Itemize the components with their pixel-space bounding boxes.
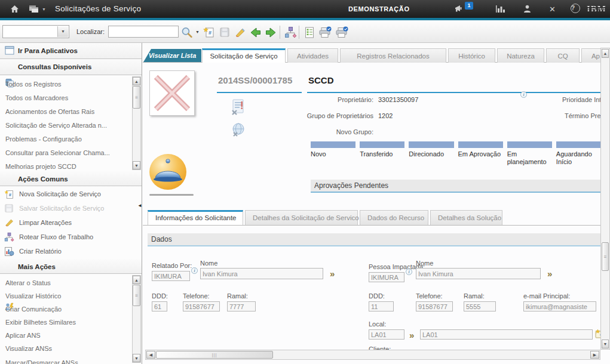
- location-input[interactable]: [369, 329, 404, 340]
- more-action-item[interactable]: Visualizar Histórico: [0, 289, 127, 303]
- detail-chevron-icon[interactable]: »: [547, 269, 552, 279]
- location-description-input[interactable]: [420, 329, 593, 340]
- scroll-down-icon[interactable]: ▼: [133, 354, 140, 362]
- status-bar: [507, 141, 552, 148]
- scroll-down-icon[interactable]: ▼: [602, 340, 609, 348]
- tab-service-request[interactable]: Solicitação de Serviço: [202, 48, 286, 63]
- info-icon[interactable]: i: [406, 269, 412, 275]
- tab-history[interactable]: Histórico: [448, 48, 495, 63]
- more-action-item[interactable]: Alterar o Status: [0, 276, 127, 290]
- more-action-item[interactable]: Aplicar ANS: [0, 329, 127, 343]
- sidebar-item-go-to-applications[interactable]: Ir Para Aplicativos: [0, 43, 142, 59]
- tab-activities[interactable]: Atividades: [287, 48, 338, 63]
- previous-record-icon[interactable]: [248, 25, 262, 39]
- info-icon[interactable]: i: [520, 91, 527, 98]
- phone-input[interactable]: [183, 301, 220, 311]
- query-combobox[interactable]: ▼: [2, 25, 69, 38]
- status-bar: [311, 141, 355, 148]
- more-action-item[interactable]: Marcar/Desmarcar ANSs: [0, 356, 127, 364]
- record-content: 2014SS/00001785 SCCD Proprietário: 33021…: [143, 63, 610, 364]
- status-bar: [556, 141, 601, 148]
- action-clear-changes[interactable]: Limpar Alterações: [0, 216, 131, 230]
- help-icon[interactable]: ?: [571, 4, 580, 13]
- query-list-item[interactable]: Melhorias projeto SCCD: [0, 160, 127, 171]
- tab-cq[interactable]: CQ: [546, 48, 580, 63]
- scroll-right-icon[interactable]: ▶: [590, 351, 599, 359]
- primary-email-input[interactable]: [523, 301, 596, 311]
- scrollbar-thumb[interactable]: ≡: [133, 86, 140, 109]
- attachments-unavailable-icon[interactable]: [231, 98, 246, 115]
- query-list-item[interactable]: Todos os Marcadores: [0, 91, 127, 105]
- home-icon[interactable]: [10, 4, 20, 14]
- more-actions-scrollbar[interactable]: ▲ ≡ ▼: [132, 275, 141, 363]
- ddd-input[interactable]: [369, 301, 394, 311]
- impacted-person-input[interactable]: [369, 272, 404, 282]
- scrollbar-thumb[interactable]: ≡: [602, 242, 609, 271]
- new-record-icon[interactable]: #: [202, 25, 216, 39]
- applications-caret-icon[interactable]: ▼: [42, 7, 46, 11]
- clear-changes-icon: [4, 218, 14, 228]
- next-record-icon[interactable]: [263, 25, 278, 39]
- scrollbar-thumb[interactable]: |||: [156, 351, 273, 359]
- scroll-up-icon[interactable]: ▲: [133, 77, 140, 85]
- query-list-item[interactable]: Acionamentos de Ofertas Rais: [0, 105, 127, 119]
- query-list-item[interactable]: Consultar para Selecionar Chama...: [0, 146, 127, 160]
- record-image-placeholder[interactable]: [149, 70, 195, 116]
- sidebar-header-available-queries[interactable]: Consultas Disponíveis: [0, 59, 142, 75]
- action-new-service-request[interactable]: # Nova Solicitação de Serviço: [0, 187, 131, 202]
- ddd-input[interactable]: [152, 301, 167, 311]
- action-create-report[interactable]: Criar Relatório: [0, 245, 131, 259]
- tab-related-records[interactable]: Registros Relacionados: [340, 48, 446, 63]
- applications-menu-icon[interactable]: [29, 4, 39, 14]
- reported-by-input[interactable]: [152, 271, 190, 281]
- reports-list-icon[interactable]: [302, 25, 317, 39]
- globe-unavailable-icon[interactable]: [231, 122, 246, 137]
- extension-input[interactable]: [227, 301, 256, 311]
- record-id-underline: [217, 92, 302, 93]
- queries-scrollbar[interactable]: ▲ ≡ ▼: [132, 76, 141, 170]
- print-with-attachments-icon[interactable]: [335, 25, 349, 39]
- query-list-item[interactable]: Solicitação de Serviço Alterada n...: [0, 119, 127, 132]
- clear-changes-icon[interactable]: [233, 25, 247, 39]
- profile-icon[interactable]: [522, 4, 533, 14]
- tab-nature[interactable]: Natureza: [497, 48, 544, 63]
- sidebar-collapse-icon[interactable]: ◄: [137, 203, 142, 208]
- search-icon[interactable]: [179, 25, 194, 39]
- query-list-item[interactable]: Todos os Registros: [0, 78, 127, 91]
- scroll-down-icon[interactable]: ▼: [133, 161, 140, 169]
- action-route-workflow[interactable]: Rotear Fluxo de Trabalho: [0, 230, 131, 245]
- scroll-left-icon[interactable]: ◀: [146, 351, 155, 359]
- subtab-requester-info[interactable]: Informações do Solicitante: [148, 210, 243, 225]
- tab-view-list[interactable]: Visualizar Lista: [143, 49, 201, 62]
- reported-name-input[interactable]: [200, 268, 323, 279]
- query-combobox-caret-icon[interactable]: ▼: [57, 26, 68, 37]
- announcements-icon[interactable]: [454, 4, 465, 14]
- subtab-request-details[interactable]: Detalhes da Solicitação de Servico: [245, 210, 358, 225]
- scroll-up-icon[interactable]: ▲: [602, 49, 609, 58]
- query-list-item[interactable]: Problemas - Configuração: [0, 132, 127, 146]
- main-area: Visualizar Lista Solicitação de Serviço …: [143, 43, 610, 364]
- search-options-caret-icon[interactable]: ▼: [195, 30, 200, 34]
- vertical-scrollbar[interactable]: ▲ ≡ ▼: [600, 48, 610, 350]
- extension-input[interactable]: [464, 301, 496, 311]
- phone-input[interactable]: [416, 301, 453, 311]
- info-icon[interactable]: i: [191, 267, 198, 274]
- toolbar-separator: [299, 26, 299, 39]
- more-action-item[interactable]: Criar Comunicação: [0, 303, 127, 316]
- subtab-solution-details[interactable]: Detalhes da Solução: [430, 210, 502, 225]
- reports-chart-icon[interactable]: [495, 4, 505, 14]
- horizontal-scrollbar[interactable]: ◀ ||| ▶: [145, 350, 600, 360]
- find-label: Localizar:: [76, 28, 105, 35]
- more-action-item[interactable]: Visualizar ANSs: [0, 342, 127, 356]
- print-icon[interactable]: [318, 25, 332, 39]
- sign-out-icon[interactable]: ✕: [549, 5, 560, 14]
- scrollbar-thumb[interactable]: ≡: [133, 285, 140, 306]
- find-input[interactable]: [108, 26, 179, 38]
- detail-chevron-icon[interactable]: »: [330, 269, 335, 279]
- impacted-name-input[interactable]: [416, 268, 541, 279]
- subtab-resource-data[interactable]: Dados do Recurso: [360, 210, 428, 225]
- more-action-item[interactable]: Exibir Bilhetes Similares: [0, 316, 127, 329]
- detail-chevron-icon[interactable]: »: [409, 330, 414, 340]
- scroll-up-icon[interactable]: ▲: [133, 276, 140, 284]
- route-workflow-icon[interactable]: [283, 25, 298, 39]
